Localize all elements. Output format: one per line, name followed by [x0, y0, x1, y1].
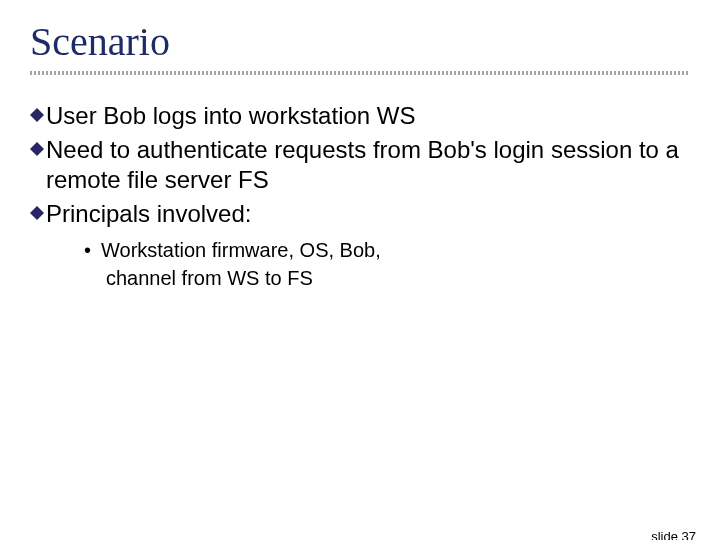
svg-marker-0 — [30, 108, 44, 122]
bullet-dot-icon: • — [84, 237, 91, 263]
sub-bullet-text: Workstation firmware, OS, Bob, — [101, 237, 381, 263]
sub-bullet-item: • Workstation firmware, OS, Bob, — [84, 237, 690, 263]
diamond-icon — [30, 206, 44, 220]
slide-title: Scenario — [30, 18, 720, 65]
bullet-text: Principals involved: — [46, 199, 251, 229]
title-underline — [30, 71, 690, 75]
svg-marker-2 — [30, 206, 44, 220]
diamond-icon — [30, 142, 44, 156]
bullet-item: Principals involved: — [30, 199, 690, 229]
sub-bullet-text-continuation: channel from WS to FS — [106, 265, 690, 291]
sub-bullet-list: • Workstation firmware, OS, Bob, channel… — [84, 237, 690, 291]
svg-marker-1 — [30, 142, 44, 156]
bullet-item: Need to authenticate requests from Bob's… — [30, 135, 690, 195]
slide: Scenario User Bob logs into workstation … — [0, 18, 720, 540]
diamond-icon — [30, 108, 44, 122]
bullet-item: User Bob logs into workstation WS — [30, 101, 690, 131]
bullet-text: User Bob logs into workstation WS — [46, 101, 415, 131]
slide-number: slide 37 — [651, 529, 696, 540]
bullet-text: Need to authenticate requests from Bob's… — [46, 135, 690, 195]
slide-body: User Bob logs into workstation WS Need t… — [30, 101, 690, 291]
